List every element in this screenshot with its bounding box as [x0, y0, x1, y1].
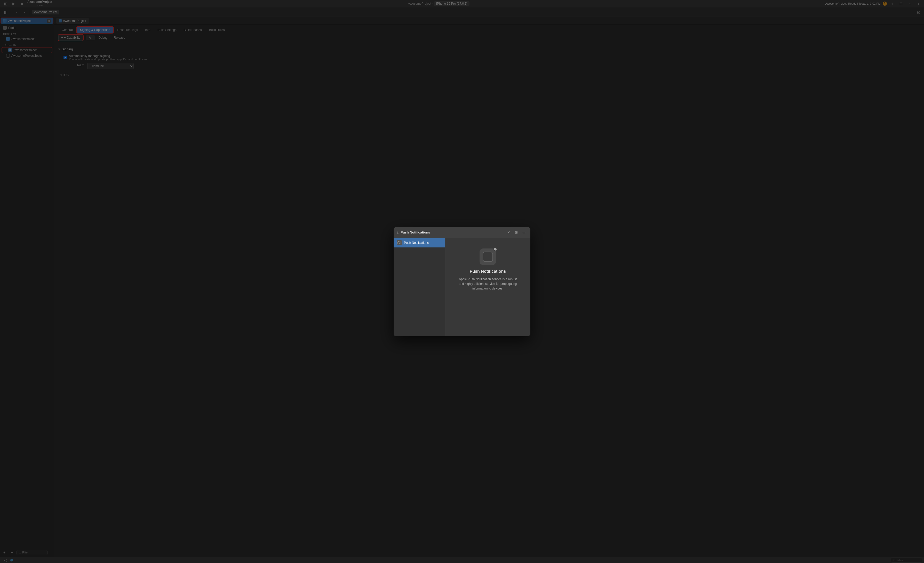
modal-sidebar-item-label: Push Notifications [404, 241, 429, 245]
detail-desc: Apple Push Notification service is a rob… [457, 277, 519, 291]
push-notifications-modal: ℹ Push Notifications ✕ ⊞ ▭ Push No [394, 227, 530, 336]
capability-push-icon [397, 240, 402, 246]
modal-close-btn[interactable]: ✕ [506, 230, 511, 235]
modal-detail: Push Notifications Apple Push Notificati… [445, 238, 530, 336]
detail-icon-dot [494, 247, 497, 251]
modal-overlay[interactable]: ℹ Push Notifications ✕ ⊞ ▭ Push No [0, 0, 924, 563]
detail-title: Push Notifications [470, 269, 506, 274]
modal-body: Push Notifications Push Notifications Ap… [394, 238, 530, 336]
modal-window-btn[interactable]: ▭ [521, 230, 527, 235]
modal-sidebar: Push Notifications [394, 238, 445, 336]
modal-info-icon: ℹ [397, 231, 399, 234]
detail-icon-bg [480, 249, 496, 265]
detail-icon-inner [483, 252, 493, 262]
svg-point-2 [399, 243, 399, 244]
detail-icon-wrapper [480, 249, 496, 265]
modal-sidebar-push-notifications[interactable]: Push Notifications [394, 238, 445, 247]
modal-header: ℹ Push Notifications ✕ ⊞ ▭ [394, 227, 530, 238]
modal-title: Push Notifications [400, 231, 504, 234]
modal-grid-btn[interactable]: ⊞ [513, 230, 519, 235]
